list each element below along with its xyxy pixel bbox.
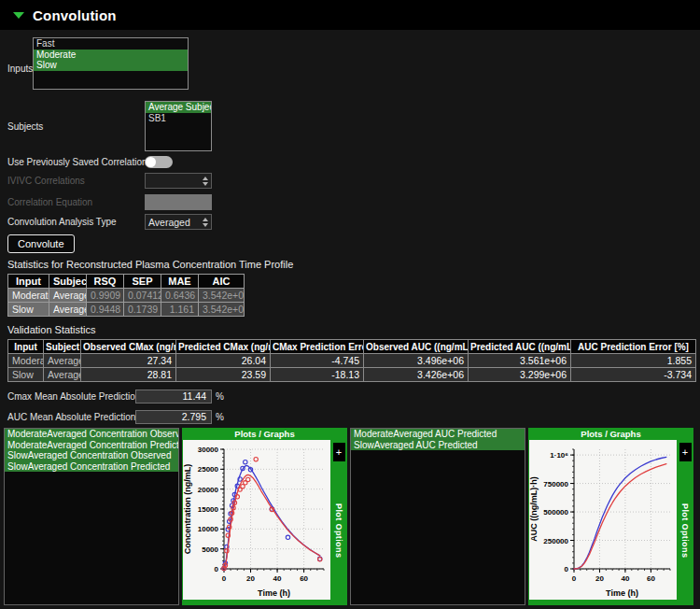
svg-text:10000: 10000 <box>198 525 219 533</box>
svg-text:25000: 25000 <box>198 465 219 474</box>
table-cell: -4.745 <box>271 354 364 368</box>
column-header: Predicted AUC ((ng/mL)·h) <box>469 340 571 354</box>
subjects-listbox[interactable]: Average SubjectSB1 <box>145 101 212 151</box>
convolution-form: Inputs FastModerateSlow Subjects Average… <box>0 30 700 424</box>
plot-options-tab[interactable]: Plot Options <box>680 461 690 600</box>
list-item[interactable]: Fast <box>34 38 188 50</box>
inputs-label: Inputs <box>7 64 33 74</box>
column-header: AIC <box>199 275 245 289</box>
svg-text:30000: 30000 <box>198 446 219 454</box>
add-plot-button[interactable]: + <box>333 443 345 461</box>
page-title: Convolution <box>33 7 117 23</box>
ivivc-correlations-select[interactable] <box>145 173 212 189</box>
subjects-label: Subjects <box>7 121 145 132</box>
svg-text:60: 60 <box>300 574 308 583</box>
plot-options-tab[interactable]: Plot Options <box>334 461 343 600</box>
table-cell: 3.496e+06 <box>364 354 469 368</box>
plot-options-strip: + Plot Options <box>677 440 693 600</box>
auc-chart: 020406002500005000007500001·10⁶Time (h)A… <box>529 440 677 600</box>
collapse-chevron-icon[interactable] <box>13 12 24 19</box>
column-header: Input <box>8 275 49 289</box>
column-header: Subject <box>44 340 81 354</box>
table-cell: 3.542e+09 <box>199 289 245 303</box>
concentration-plot-panel: Plots / Graphs 0204060050001000015000200… <box>182 428 347 605</box>
table-cell: 26.04 <box>176 354 271 368</box>
column-header: Subject <box>49 275 87 289</box>
table-cell: 1.161 <box>161 303 199 317</box>
list-item[interactable]: SlowAveraged AUC Predicted <box>351 440 525 451</box>
convolute-button[interactable]: Convolute <box>7 234 75 253</box>
table-cell: Averaged <box>44 354 81 368</box>
table-cell: 0.07412 <box>124 289 161 303</box>
svg-text:0: 0 <box>222 574 227 583</box>
spinner-icon[interactable] <box>203 177 208 186</box>
analysis-type-value: Averaged <box>148 217 190 228</box>
list-item[interactable]: ModerateAveraged Concentration Predicted <box>5 440 178 451</box>
column-header: CMax Prediction Error [%] <box>271 340 364 354</box>
use-saved-correlation-toggle[interactable] <box>145 156 173 168</box>
add-plot-button[interactable]: + <box>679 443 692 461</box>
list-item[interactable]: ModerateAveraged Concentration Observed <box>5 429 178 440</box>
table-cell: 3.426e+06 <box>364 368 469 382</box>
concentration-series-list[interactable]: ModerateAveraged Concentration ObservedM… <box>4 428 179 605</box>
list-item[interactable]: SlowAveraged Concentration Observed <box>5 450 178 461</box>
table-cell: 3.299e+06 <box>469 368 571 382</box>
analysis-type-label: Convolution Analysis Type <box>7 217 145 227</box>
table-cell: 23.59 <box>176 368 271 382</box>
section-header: Convolution <box>0 0 700 30</box>
inputs-listbox[interactable]: FastModerateSlow <box>33 37 189 90</box>
list-item[interactable]: ModerateAveraged AUC Predicted <box>351 429 525 440</box>
table-cell: 0.6436 <box>161 289 199 303</box>
svg-text:0: 0 <box>215 565 219 574</box>
plot-panel-title: Plots / Graphs <box>182 428 347 440</box>
table-row: ModerateAveraged27.3426.04-4.7453.496e+0… <box>8 354 696 368</box>
column-header: Input <box>8 340 44 354</box>
column-header: MAE <box>161 275 199 289</box>
svg-text:Concentration (ng/mL): Concentration (ng/mL) <box>183 464 192 555</box>
table-cell: 0.9448 <box>87 303 124 317</box>
svg-text:1·10⁶: 1·10⁶ <box>550 451 568 460</box>
cmax-error-unit: % <box>216 391 224 402</box>
list-item[interactable]: Average Subject <box>146 102 211 113</box>
column-header: Observed CMax (ng/mL) <box>81 340 176 354</box>
auc-series-list[interactable]: ModerateAveraged AUC PredictedSlowAverag… <box>350 428 525 605</box>
correlation-equation-field <box>145 194 212 210</box>
table-cell: Averaged <box>49 289 87 303</box>
spinner-icon[interactable] <box>203 218 208 227</box>
table-cell: -18.13 <box>271 368 364 382</box>
validation-section-title: Validation Statistics <box>7 324 700 335</box>
list-item[interactable]: SlowAveraged Concentration Predicted <box>5 461 178 473</box>
table-cell: Averaged <box>44 368 81 382</box>
list-item[interactable]: SB1 <box>146 113 211 124</box>
list-item[interactable]: Moderate <box>34 50 188 61</box>
table-cell: 0.9909 <box>87 289 124 303</box>
svg-text:20: 20 <box>246 574 255 583</box>
plot-panel-title: Plots / Graphs <box>528 428 693 440</box>
concentration-chart: 0204060050001000015000200002500030000Tim… <box>183 440 330 600</box>
toggle-knob <box>146 157 156 167</box>
stats-section-title: Statistics for Reconstructed Plasma Conc… <box>7 259 700 270</box>
table-cell: Moderate <box>8 289 49 303</box>
column-header: Observed AUC ((ng/mL)·h) <box>364 340 469 354</box>
auc-error-unit: % <box>216 412 224 422</box>
cmax-error-label: Cmax Mean Absolute Prediction Error <box>7 391 135 402</box>
list-item[interactable]: Slow <box>34 60 188 71</box>
svg-text:750000: 750000 <box>543 480 568 489</box>
analysis-type-select[interactable]: Averaged <box>145 214 212 230</box>
table-cell: 0.1739 <box>124 303 161 317</box>
svg-text:AUC ((ng/mL)·h): AUC ((ng/mL)·h) <box>529 476 539 541</box>
table-row: ModerateAveraged0.99090.074120.64363.542… <box>8 289 245 303</box>
svg-text:250000: 250000 <box>543 537 568 545</box>
svg-text:20000: 20000 <box>198 486 219 494</box>
table-cell: -3.734 <box>571 368 696 382</box>
plot-options-strip: + Plot Options <box>330 440 347 600</box>
correlation-equation-label: Correlation Equation <box>7 197 145 207</box>
table-cell: 28.81 <box>81 368 176 382</box>
auc-plot-panel: Plots / Graphs 0204060025000050000075000… <box>528 428 693 605</box>
table-cell: Averaged <box>49 303 87 317</box>
svg-text:0: 0 <box>565 565 569 574</box>
svg-text:Time (h): Time (h) <box>606 588 638 598</box>
svg-text:40: 40 <box>273 574 282 583</box>
svg-text:15000: 15000 <box>198 505 219 514</box>
cmax-error-value: 11.44 <box>135 389 212 404</box>
